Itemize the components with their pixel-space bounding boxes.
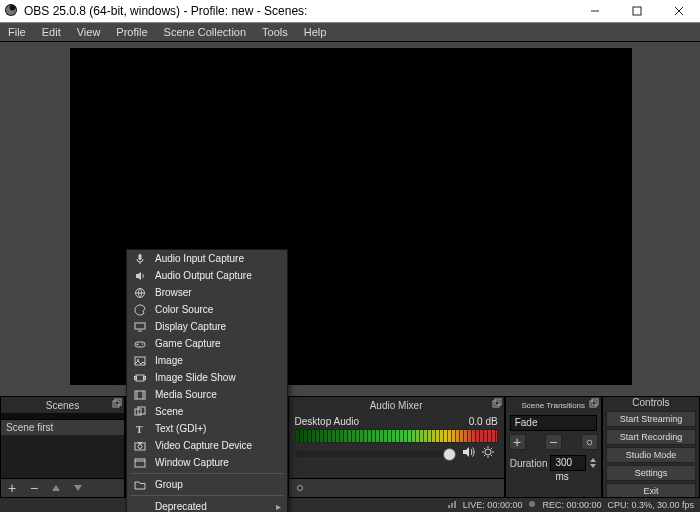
svg-text:T: T [136,424,143,435]
menu-file[interactable]: File [0,24,34,40]
ctx-deprecated[interactable]: Deprecated▸ [127,498,287,512]
window-icon [133,456,147,470]
mixer-settings-button[interactable] [289,479,311,497]
mixer-track: Desktop Audio0.0 dB [289,413,504,464]
separator [131,495,283,496]
speaker-out-icon [133,269,147,283]
gamepad-icon [133,337,147,351]
film-icon [133,388,147,402]
svg-point-22 [297,485,302,490]
obs-main-window: OBS 25.0.8 (64-bit, windows) - Profile: … [0,0,700,512]
duration-label: Duration [510,458,548,469]
svg-rect-52 [135,459,145,467]
popout-icon[interactable] [589,398,599,410]
svg-rect-51 [138,442,142,444]
svg-rect-28 [454,501,456,508]
ctx-scene[interactable]: Scene [127,403,287,420]
popout-icon[interactable] [112,398,122,410]
scenes-header: Scenes [1,397,124,413]
menu-help[interactable]: Help [296,24,335,40]
slideshow-icon [133,371,147,385]
minimize-button[interactable] [574,0,616,22]
track-name: Desktop Audio [295,416,360,427]
scene-down-button[interactable] [67,479,89,497]
status-cpu: CPU: 0.3%, 30.00 fps [607,500,694,510]
palette-icon [133,303,147,317]
transition-settings-button[interactable] [581,434,598,450]
mic-icon [133,252,147,266]
ctx-image-slide-show[interactable]: Image Slide Show [127,369,287,386]
remove-transition-button[interactable]: − [545,434,562,450]
remove-scene-button[interactable]: − [23,479,45,497]
scene-icon [133,405,147,419]
audio-mixer-panel: Audio Mixer Desktop Audio0.0 dB [288,396,505,498]
bottom-dock: Scenes Scene first + − Sources + [0,396,700,498]
svg-line-21 [490,448,491,449]
ctx-browser[interactable]: Browser [127,284,287,301]
duration-down-icon[interactable] [589,463,597,469]
scene-item[interactable]: Scene first [1,420,124,435]
ctx-window-capture[interactable]: Window Capture [127,454,287,471]
svg-line-18 [483,448,484,449]
svg-line-19 [490,455,491,456]
ctx-display-capture[interactable]: Display Capture [127,318,287,335]
mixer-toolbar [289,478,504,497]
maximize-button[interactable] [616,0,658,22]
ctx-audio-input-capture[interactable]: Audio Input Capture [127,250,287,267]
svg-point-29 [529,501,535,507]
menu-profile[interactable]: Profile [108,24,155,40]
svg-rect-26 [448,505,450,508]
transition-select[interactable]: Fade [510,415,597,431]
menu-tools[interactable]: Tools [254,24,296,40]
scenes-toolbar: + − [1,478,124,497]
status-live: LIVE: 00:00:00 [463,500,523,510]
status-bar: LIVE: 00:00:00 REC: 00:00:00 CPU: 0.3%, … [0,497,700,512]
svg-point-13 [485,449,491,455]
ctx-audio-output-capture[interactable]: Audio Output Capture [127,267,287,284]
menu-view[interactable]: View [69,24,109,40]
window-title: OBS 25.0.8 (64-bit, windows) - Profile: … [24,4,574,18]
close-button[interactable] [658,0,700,22]
start-recording-button[interactable]: Start Recording [606,429,696,445]
ctx-color-source[interactable]: Color Source [127,301,287,318]
svg-rect-12 [495,399,501,405]
submenu-arrow-icon: ▸ [276,501,281,512]
scene-up-button[interactable] [45,479,67,497]
ctx-text-gdi[interactable]: TText (GDI+) [127,420,287,437]
ctx-video-capture-device[interactable]: Video Capture Device [127,437,287,454]
studio-mode-button[interactable]: Studio Mode [606,447,696,463]
add-scene-button[interactable]: + [1,479,23,497]
menu-edit[interactable]: Edit [34,24,69,40]
scenes-panel: Scenes Scene first + − [0,396,125,498]
controls-panel: Controls Start Streaming Start Recording… [602,396,700,498]
track-db: 0.0 dB [469,416,498,427]
menu-scene-collection[interactable]: Scene Collection [156,24,255,40]
ctx-media-source[interactable]: Media Source [127,386,287,403]
duration-input[interactable]: 300 ms [550,455,585,471]
svg-rect-23 [590,401,596,407]
transitions-panel: Scene Transitions Fade + − Duration 300 … [505,396,602,498]
svg-rect-6 [115,399,121,405]
camera-icon [133,439,147,453]
svg-point-37 [142,343,143,344]
scenes-list: Scene first [1,413,124,478]
popout-icon[interactable] [492,398,502,410]
ctx-game-capture[interactable]: Game Capture [127,335,287,352]
obs-logo-icon [4,3,18,19]
svg-rect-32 [135,323,145,329]
svg-rect-5 [113,401,119,407]
svg-point-25 [587,440,592,445]
volume-slider[interactable] [295,451,455,457]
settings-button[interactable]: Settings [606,465,696,481]
ctx-group[interactable]: Group [127,476,287,493]
svg-rect-2 [633,7,641,15]
transitions-header: Scene Transitions [506,397,601,413]
monitor-icon [133,320,147,334]
add-transition-button[interactable]: + [509,434,526,450]
track-settings-icon[interactable] [481,445,495,461]
titlebar: OBS 25.0.8 (64-bit, windows) - Profile: … [0,0,700,23]
image-icon [133,354,147,368]
speaker-icon[interactable] [461,445,475,461]
ctx-image[interactable]: Image [127,352,287,369]
start-streaming-button[interactable]: Start Streaming [606,411,696,427]
